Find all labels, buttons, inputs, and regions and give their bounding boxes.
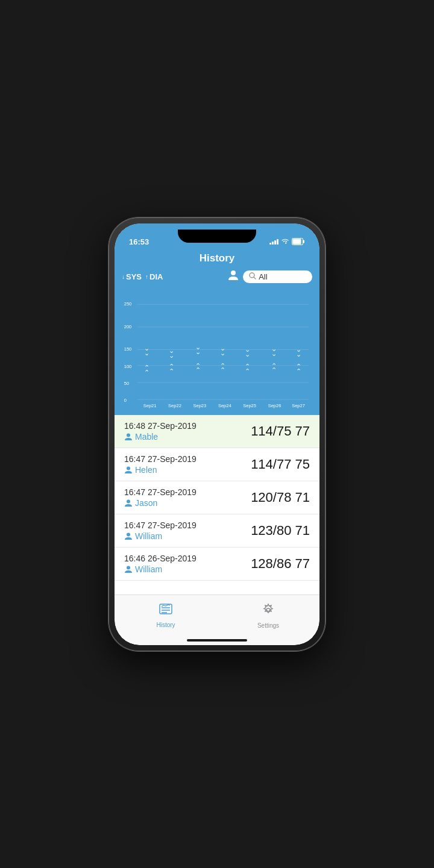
person-icon [124,432,133,441]
svg-point-7 [127,466,130,470]
sys-marker2-sep21: ⌄ [144,349,149,356]
reading-person: William [124,564,197,574]
svg-point-3 [231,270,236,275]
sort-sys-button[interactable]: ↓ SYS [122,272,142,281]
tab-history-label: History [156,622,175,628]
svg-rect-1 [303,240,305,243]
person-icon [124,499,133,507]
reading-values: 114/77 75 [251,457,310,472]
search-input[interactable]: All [259,272,267,281]
sys-marker2-sep22: ⌄ [169,351,174,358]
sort-sys-label: SYS [126,272,142,281]
dia-marker2-sep23: ⌃ [195,366,201,373]
sys-marker2-sep25: ⌄ [245,350,250,357]
reading-item[interactable]: 16:47 27-Sep-2019 Helen 114/77 75 [115,448,319,481]
reading-left: 16:47 27-Sep-2019 Helen [124,454,197,475]
status-icons [269,238,305,246]
history-tab-icon [159,604,173,620]
y-label-250: 250 [124,301,132,307]
svg-line-5 [254,277,256,279]
sys-marker2-sep23: ⌄ [195,348,201,355]
reading-person: Helen [124,465,197,475]
sort-dia-label: DIA [149,272,163,281]
tab-settings[interactable]: Settings [217,595,319,637]
readings-list: 16:48 27-Sep-2019 Mable 114/75 77 [115,415,319,595]
reading-item[interactable]: 16:46 26-Sep-2019 William 128/86 77 [115,548,319,581]
reading-item[interactable]: 16:47 27-Sep-2019 Jason 120/78 71 [115,481,319,514]
home-bar [187,639,247,642]
reading-left: 16:47 27-Sep-2019 William [124,520,197,541]
sort-dia-button[interactable]: ↑ DIA [145,272,163,281]
reading-values: 123/80 71 [251,523,310,539]
battery-icon [292,238,305,246]
svg-point-10 [127,566,130,569]
reading-datetime: 16:46 26-Sep-2019 [124,554,197,563]
dia-marker2-sep22: ⌃ [169,367,174,374]
reading-datetime: 16:47 27-Sep-2019 [124,454,197,464]
person-icon [124,532,133,540]
sys-marker2-sep27: ⌄ [296,350,301,357]
x-label-sep23: Sep23 [193,403,207,408]
svg-point-15 [266,608,270,612]
person-icon [124,466,133,474]
dia-marker2-sep26: ⌃ [271,366,277,373]
status-time: 16:53 [129,237,149,246]
app-header: History ↓ SYS ↑ DIA [115,250,319,290]
header-controls: ↓ SYS ↑ DIA [122,269,312,284]
chart-container: 250 200 150 100 50 0 S [122,295,312,413]
settings-tab-icon [261,603,275,621]
reading-person: William [124,531,197,541]
svg-point-6 [127,433,130,437]
phone-inner: 16:53 [115,223,319,645]
home-indicator [115,637,319,645]
chart-area: 250 200 150 100 50 0 S [115,290,319,415]
signal-bars-icon [269,239,278,245]
reading-item[interactable]: 16:48 27-Sep-2019 Mable 114/75 77 [115,415,319,448]
reading-datetime: 16:48 27-Sep-2019 [124,421,197,431]
x-label-sep26: Sep26 [268,403,281,408]
sort-sys-arrow: ↓ [122,273,125,280]
reading-person: Mable [124,432,197,442]
y-label-0: 0 [124,397,127,402]
tab-settings-label: Settings [257,622,279,629]
tab-history[interactable]: History [115,595,217,637]
reading-left: 16:47 27-Sep-2019 Jason [124,487,197,508]
reading-left: 16:46 26-Sep-2019 William [124,554,197,574]
reading-left: 16:48 27-Sep-2019 Mable [124,421,197,442]
person-icon [124,565,133,573]
chart-svg: 250 200 150 100 50 0 S [122,295,312,413]
reading-item[interactable]: 16:47 27-Sep-2019 William 123/80 71 [115,514,319,548]
screen: 16:53 [115,223,319,645]
sort-dia-arrow: ↑ [145,273,148,280]
x-label-sep25: Sep25 [243,403,256,408]
dia-marker2-sep24: ⌃ [220,366,225,373]
reading-values: 114/75 77 [251,423,310,439]
reading-datetime: 16:47 27-Sep-2019 [124,520,197,530]
sys-marker2-sep24: ⌄ [220,349,225,356]
y-label-200: 200 [124,323,132,329]
page-title: History [122,252,312,264]
person-filter-icon[interactable] [227,269,239,284]
phone-shell: 16:53 [108,217,326,651]
y-label-150: 150 [124,346,132,352]
svg-rect-2 [293,239,301,244]
x-label-sep22: Sep22 [168,403,181,408]
y-label-100: 100 [124,363,132,369]
svg-point-9 [127,532,130,536]
y-label-50: 50 [124,380,129,386]
dia-marker2-sep25: ⌃ [245,367,250,374]
reading-person: Jason [124,498,197,508]
tab-bar: History Settings [115,595,319,637]
wifi-icon [281,238,289,246]
search-icon [249,272,256,281]
dia-marker2-sep21: ⌃ [144,368,149,375]
dia-marker2-sep27: ⌃ [296,367,301,374]
svg-point-8 [127,499,130,503]
x-label-sep24: Sep24 [218,403,231,408]
search-box[interactable]: All [243,270,312,283]
x-label-sep21: Sep21 [143,403,157,408]
reading-values: 120/78 71 [251,490,310,505]
reading-values: 128/86 77 [251,556,310,572]
sys-marker2-sep26: ⌄ [271,349,277,357]
reading-datetime: 16:47 27-Sep-2019 [124,487,197,497]
